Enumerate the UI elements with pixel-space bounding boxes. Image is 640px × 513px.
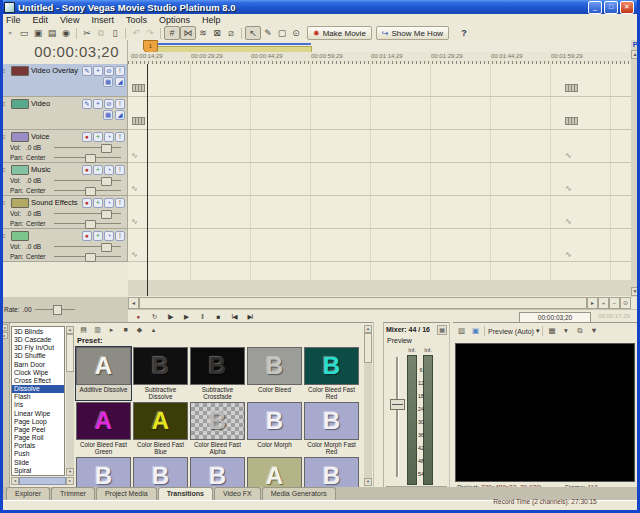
lock-envelopes-icon[interactable]: ⊠ [210, 27, 224, 39]
maximize-button[interactable]: □ [604, 1, 618, 14]
record-button[interactable]: ● [130, 311, 146, 322]
timeline-lane[interactable]: ∿∿ [128, 229, 631, 262]
preset-color-bleed-fast-red[interactable]: BColor Bleed Fast Red [304, 347, 359, 400]
bypass-motion-blur-icon[interactable]: ✎ [82, 99, 92, 109]
scale-caret-icon[interactable]: ▾ [560, 326, 571, 336]
volume-slider-thumb[interactable] [101, 177, 112, 186]
copy-snapshot-icon[interactable]: ⧉ [574, 326, 585, 336]
record-arm-icon[interactable]: ● [82, 132, 92, 142]
scrollbar-thumb[interactable] [66, 334, 74, 372]
preview-fader-thumb[interactable] [390, 399, 405, 410]
record-arm-icon[interactable]: ● [82, 165, 92, 175]
preset-color-bleed-fast-blue[interactable]: AColor Bleed Fast Blue [133, 402, 188, 455]
ignore-grouping-icon[interactable]: ⧄ [224, 27, 238, 39]
pan-slider-thumb[interactable] [85, 253, 96, 262]
solo-icon[interactable]: ! [115, 99, 125, 109]
menu-insert[interactable]: Insert [85, 15, 120, 25]
close-button[interactable]: ✕ [620, 1, 634, 14]
collapse-left-icon[interactable]: ◂ [1, 324, 8, 331]
mute-icon[interactable]: ⊘ [104, 66, 114, 76]
track-grip-icon[interactable]: ≡ [2, 167, 9, 173]
save-snapshot-icon[interactable]: ▼ [588, 326, 599, 336]
menu-help[interactable]: Help [196, 15, 227, 25]
transition-item-3d-cascade[interactable]: 3D Cascade [12, 336, 64, 344]
pan-slider[interactable] [54, 186, 121, 195]
timeline-vertical-scrollbar[interactable]: P ▲ ▼ [631, 40, 639, 297]
marker-bar[interactable]: 1 [128, 40, 631, 52]
transition-item-cross-effect[interactable]: Cross Effect [12, 377, 64, 385]
solo-icon[interactable]: ! [115, 132, 125, 142]
whats-this-icon[interactable]: ? [457, 27, 471, 39]
track-fx-icon[interactable]: + [93, 132, 103, 142]
fade-to-color-icon[interactable]: ◢ [115, 77, 125, 87]
scroll-left-icon[interactable]: ◂ [128, 297, 139, 309]
volume-slider-thumb[interactable] [101, 144, 112, 153]
solo-icon[interactable]: ! [115, 165, 125, 175]
transition-category-list[interactable]: 3D Blinds3D Cascade3D Fly In/Out3D Shuff… [11, 326, 65, 476]
go-to-start-button[interactable]: I◀ [226, 311, 242, 322]
favorites-icon[interactable]: ◆ [134, 325, 145, 335]
track-header-video-overlay[interactable]: ≡Video Overlay✎+⊘!▦◢ [0, 64, 128, 97]
track-grip-icon[interactable]: ≡ [2, 134, 9, 140]
tab-transitions[interactable]: Transitions [158, 487, 213, 500]
track-header-track-6[interactable]: ≡●+◔!Vol:.0 dBPan:Center [0, 229, 128, 262]
track-fx-icon[interactable]: + [93, 231, 103, 241]
list-horizontal-scrollbar[interactable]: ◂ ▸ [11, 477, 74, 485]
scroll-up-icon[interactable]: ▲ [364, 325, 372, 333]
menu-view[interactable]: View [54, 15, 85, 25]
scrollbar-thumb[interactable] [139, 297, 587, 309]
rate-slider-thumb[interactable] [53, 305, 62, 315]
tab-media-generators[interactable]: Media Generators [262, 487, 336, 500]
tab-trimmer[interactable]: Trimmer [51, 487, 95, 500]
transition-item-push[interactable]: Push [12, 450, 64, 458]
minimize-button[interactable]: _ [588, 1, 602, 14]
pan-slider-thumb[interactable] [85, 187, 96, 196]
title-bar[interactable]: Untitled - Sony Vegas Movie Studio Plati… [0, 0, 640, 14]
thumbnail-view-icon[interactable]: ▤ [78, 325, 89, 335]
volume-slider[interactable] [54, 242, 121, 251]
track-motion-icon[interactable]: ▦ [103, 110, 113, 120]
zoom-out-time-button[interactable]: − [609, 297, 620, 309]
preset-color-morph-fast[interactable]: BColor Morph Fast [76, 457, 131, 487]
track-fx-icon[interactable]: + [93, 99, 103, 109]
menu-options[interactable]: Options [153, 15, 196, 25]
mute-icon[interactable]: ◔ [104, 132, 114, 142]
scrollbar-thumb[interactable] [19, 477, 66, 485]
scroll-down-icon[interactable]: ▼ [631, 287, 639, 296]
play-preview-icon[interactable]: ▸ [106, 325, 117, 335]
list-view-icon[interactable]: ▥ [92, 325, 103, 335]
preset-color-morph-fast[interactable]: BColor Morph Fast [190, 457, 245, 487]
menu-edit[interactable]: Edit [27, 15, 55, 25]
preset-color-morph[interactable]: BColor Morph [247, 402, 302, 455]
play-from-start-button[interactable]: I▶ [162, 311, 178, 322]
preset-color-bleed-fast-alpha[interactable]: BColor Bleed Fast Alpha [190, 402, 245, 455]
mixer-properties-icon[interactable]: ▦ [437, 325, 447, 335]
track-fx-icon[interactable]: + [93, 165, 103, 175]
loop-playback-button[interactable]: ↻ [146, 311, 162, 322]
track-color-chip[interactable] [11, 99, 29, 109]
transition-item-clock-wipe[interactable]: Clock Wipe [12, 369, 64, 377]
transition-item-portals[interactable]: Portals [12, 442, 64, 450]
timeline-lanes[interactable]: ∿∿∿∿∿∿∿∿ [128, 64, 631, 296]
volume-slider-thumb[interactable] [101, 210, 112, 219]
scroll-right-button[interactable]: ▸ [587, 297, 598, 309]
properties-icon[interactable]: ▤ [45, 27, 59, 39]
scroll-right-icon[interactable]: ▸ [66, 477, 74, 485]
timeline-horizontal-scrollbar[interactable]: ◂ ▸+−⊙ [128, 297, 631, 309]
timeline-lane[interactable]: ∿∿ [128, 196, 631, 229]
preset-color-bleed-fast-green[interactable]: AColor Bleed Fast Green [76, 402, 131, 455]
track-header-video[interactable]: ≡Video✎+⊘!▦◢ [0, 97, 128, 130]
track-grip-icon[interactable]: ≡ [2, 200, 9, 206]
auto-ripple-icon[interactable]: ≋ [196, 27, 210, 39]
transition-item-3d-shuffle[interactable]: 3D Shuffle [12, 352, 64, 360]
pan-slider-thumb[interactable] [85, 220, 96, 229]
volume-slider-thumb[interactable] [101, 243, 112, 252]
preset-subtractive-dissolve[interactable]: BSubtractive Dissolve [133, 347, 188, 400]
mute-icon[interactable]: ⊘ [104, 99, 114, 109]
transition-item-linear-wipe[interactable]: Linear Wipe [12, 410, 64, 418]
preset-additive-dissolve[interactable]: AAdditive Dissolve [76, 347, 131, 400]
scrollbar-track[interactable] [139, 297, 587, 309]
zoom-in-time-button[interactable]: + [598, 297, 609, 309]
open-icon[interactable]: ▭ [17, 27, 31, 39]
menu-tools[interactable]: Tools [120, 15, 153, 25]
